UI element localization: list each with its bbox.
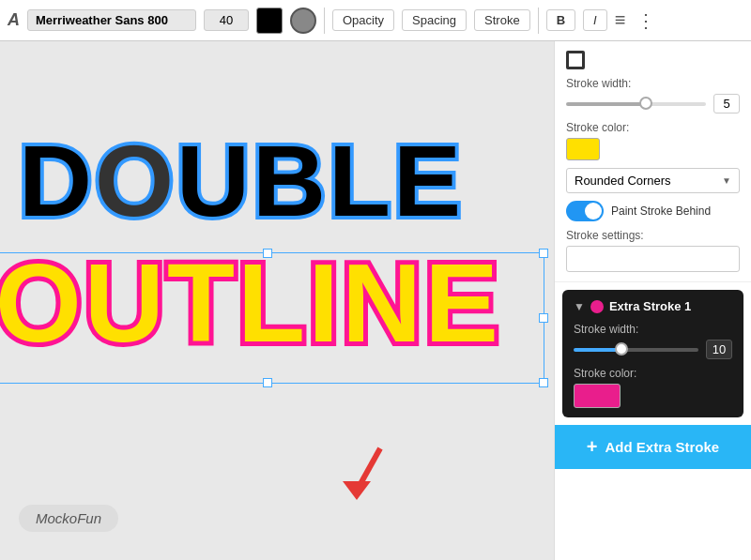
- es-slider-track[interactable]: [574, 348, 698, 352]
- es-slider-container: 10: [574, 340, 732, 359]
- add-stroke-plus-icon: +: [587, 436, 598, 458]
- right-panel: Stroke width: 5 Stroke color: Rounded Co…: [554, 41, 751, 560]
- stroke-color-swatch[interactable]: [566, 138, 600, 160]
- stroke-width-label: Stroke width:: [566, 77, 740, 90]
- paint-stroke-toggle[interactable]: [566, 201, 604, 221]
- extra-stroke-card: ▼ Extra Stroke 1 Stroke width: 10 Stroke…: [562, 290, 743, 417]
- handle-tr[interactable]: [539, 249, 548, 258]
- toolbar-separator-1: [324, 8, 325, 34]
- es-color-swatch[interactable]: [574, 384, 621, 408]
- stroke-width-track[interactable]: [566, 102, 706, 106]
- stroke-settings-input[interactable]: [566, 246, 740, 272]
- toolbar-separator-2: [538, 8, 539, 34]
- stroke-icon: [566, 51, 585, 69]
- handle-br[interactable]: [539, 378, 548, 387]
- spacing-button[interactable]: Spacing: [402, 9, 467, 31]
- svg-marker-0: [343, 481, 371, 500]
- stroke-button[interactable]: Stroke: [474, 9, 530, 31]
- align-icon[interactable]: ≡: [615, 9, 626, 31]
- rounded-corners-label: Rounded Corners: [575, 174, 671, 188]
- bold-button[interactable]: B: [546, 9, 575, 31]
- font-color-black[interactable]: [256, 8, 283, 34]
- paint-stroke-label: Paint Stroke Behind: [611, 204, 711, 218]
- paint-stroke-row: Paint Stroke Behind: [566, 201, 740, 221]
- toolbar: A Merriweather Sans 800 40 Opacity Spaci…: [0, 0, 751, 41]
- font-name-field[interactable]: Merriweather Sans 800: [27, 9, 196, 31]
- extra-stroke-dot: [590, 300, 604, 313]
- stroke-color-label: Stroke color:: [566, 121, 740, 134]
- stroke-width-thumb[interactable]: [639, 97, 652, 110]
- font-icon: A: [8, 10, 20, 30]
- add-extra-stroke-button[interactable]: + Add Extra Stroke: [555, 425, 751, 469]
- canvas-area[interactable]: DOUBLE OUTLINE MockoFun: [0, 41, 554, 560]
- rounded-corners-dropdown[interactable]: Rounded Corners ▼: [566, 168, 740, 193]
- handle-bm[interactable]: [263, 378, 272, 387]
- stroke-width-slider-container: 5: [566, 94, 740, 114]
- opacity-button[interactable]: Opacity: [332, 9, 394, 31]
- double-text: DOUBLE: [19, 130, 464, 232]
- italic-button[interactable]: I: [583, 9, 607, 31]
- font-style-circle[interactable]: [290, 8, 316, 34]
- es-stroke-width-value[interactable]: 10: [706, 340, 732, 359]
- stroke-section: Stroke width: 5 Stroke color: Rounded Co…: [555, 41, 751, 282]
- toggle-knob: [585, 203, 602, 219]
- handle-mr[interactable]: [539, 313, 548, 323]
- main-area: DOUBLE OUTLINE MockoFun: [0, 41, 751, 560]
- font-size-field[interactable]: 40: [204, 9, 249, 31]
- stroke-width-value[interactable]: 5: [713, 94, 740, 114]
- es-slider-thumb[interactable]: [615, 342, 628, 356]
- extra-stroke-header: ▼ Extra Stroke 1: [574, 299, 732, 313]
- mockofun-badge: MockoFun: [19, 505, 118, 532]
- es-stroke-width-label: Stroke width:: [574, 323, 732, 336]
- more-icon[interactable]: ⋮: [636, 9, 655, 32]
- arrow-annotation: [319, 439, 394, 508]
- extra-stroke-title: Extra Stroke 1: [609, 299, 691, 313]
- add-stroke-label: Add Extra Stroke: [605, 439, 719, 455]
- outline-text[interactable]: OUTLINE: [0, 248, 501, 358]
- es-stroke-color-label: Stroke color:: [574, 367, 732, 380]
- collapse-chevron-icon[interactable]: ▼: [574, 300, 585, 313]
- stroke-settings-label: Stroke settings:: [566, 229, 740, 242]
- dropdown-chevron-icon: ▼: [722, 175, 731, 186]
